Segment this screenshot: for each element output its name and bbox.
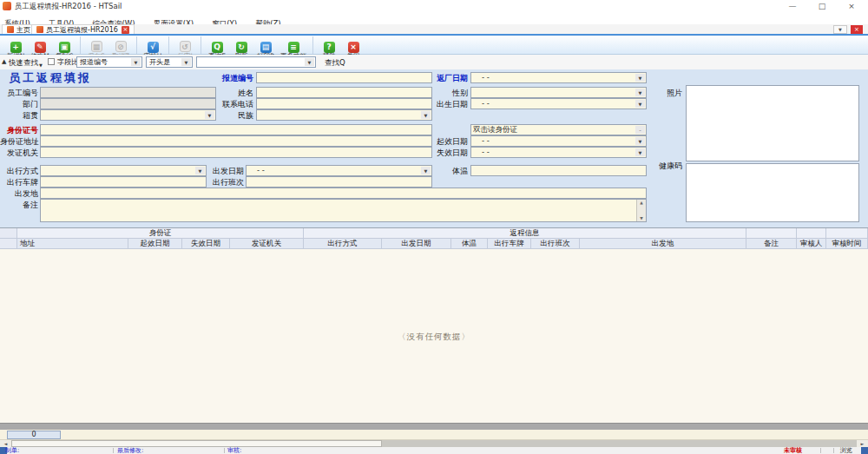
status-maker: 制单:	[5, 447, 19, 454]
app-window: 员工返程填报-HR2016 - HTSail — □ × 系统(U) 工具(V)…	[0, 0, 868, 454]
ethnic-label: 民族	[208, 110, 253, 121]
toolbar-separator	[136, 36, 137, 54]
report-no-field[interactable]	[256, 72, 432, 83]
record-count-row: 0	[0, 430, 868, 440]
chevron-down-icon[interactable]: ▼	[635, 148, 645, 156]
column-header-valid-from[interactable]: 起效日期	[128, 239, 182, 249]
remark-label: 备注	[0, 200, 38, 210]
travel-mode-select[interactable]: ▼	[40, 165, 207, 176]
record-count-badge: 0	[7, 431, 61, 439]
tab-return-filing[interactable]: 员工返程填报-HR2016 ×	[31, 24, 135, 34]
id-addr-field[interactable]	[40, 135, 432, 147]
collapse-icon[interactable]: –	[635, 126, 645, 134]
horizontal-scrollbar[interactable]: ◄ ►	[0, 440, 868, 447]
scroll-right-icon[interactable]: ►	[857, 440, 868, 447]
grid-empty-message: 〈没有任何数据〉	[0, 332, 868, 343]
plate-field[interactable]	[40, 176, 207, 188]
depart-place-label: 出发地	[0, 188, 38, 199]
valid-from-picker[interactable]: - - ▼	[470, 135, 647, 147]
column-header-valid-to[interactable]: 失效日期	[182, 239, 230, 249]
group-header-id-card: 身份证	[17, 228, 304, 239]
native-place-select[interactable]: ▼	[40, 109, 216, 121]
search-field-select[interactable]: 报道编号 ▼	[76, 56, 142, 68]
valid-to-picker[interactable]: - - ▼	[470, 147, 647, 158]
chevron-down-icon[interactable]: ▼	[181, 58, 191, 66]
chevron-down-icon[interactable]: ▼	[635, 74, 645, 82]
search-value-input[interactable]: ▼	[196, 56, 316, 68]
column-header-temperature[interactable]: 体温	[451, 239, 488, 249]
dept-label: 部门	[0, 99, 38, 109]
return-date-picker[interactable]: - - ▼	[470, 72, 647, 83]
field-compare-checkbox[interactable]	[48, 58, 55, 65]
id-addr-label: 身份证地址	[0, 136, 38, 147]
window-title: 员工返程填报-HR2016 - HTSail	[15, 2, 122, 12]
scrollbar-thumb[interactable]	[11, 440, 382, 447]
scroll-left-icon[interactable]: ◄	[0, 440, 11, 447]
tab-close-icon[interactable]: ×	[122, 26, 129, 34]
records-grid: 身份证 返程信息 地址 起效日期 失效日期 发证机关 出行方式 出发日期 体温 …	[0, 227, 868, 423]
scroll-up-icon[interactable]: ▲	[637, 200, 646, 206]
temperature-field[interactable]	[470, 165, 647, 176]
status-corner-right	[861, 447, 868, 454]
name-field[interactable]	[256, 87, 432, 98]
column-header-address[interactable]: 地址	[17, 239, 128, 249]
maximize-button[interactable]: □	[809, 0, 835, 13]
close-button[interactable]: ×	[838, 0, 865, 13]
health-code-label: 健康码	[653, 161, 682, 171]
valid-to-label: 失效日期	[417, 148, 468, 158]
id-no-field[interactable]	[40, 124, 432, 135]
chevron-down-icon[interactable]: ▼	[421, 111, 431, 119]
issue-org-field[interactable]	[40, 147, 432, 158]
column-header-depart-date[interactable]: 出发日期	[382, 239, 451, 249]
photo-label: 照片	[658, 88, 682, 98]
column-header-travel-mode[interactable]: 出行方式	[304, 239, 382, 249]
column-header-shift[interactable]: 出行班次	[531, 239, 580, 249]
column-header-issue-org[interactable]: 发证机关	[230, 239, 304, 249]
quick-search-bar: ▲ 快速查找 ▼ 字段比较 报道编号 ▼ 开头是 ▼ ▼ 查找Q	[0, 55, 868, 70]
column-header-auditor[interactable]: 审核人	[797, 239, 826, 249]
ethnic-select[interactable]: ▼	[256, 109, 432, 121]
title-bar: 员工返程填报-HR2016 - HTSail — □ ×	[0, 0, 868, 13]
grid-group-header-row: 身份证 返程信息	[0, 228, 868, 239]
depart-date-picker[interactable]: - - ▼	[246, 165, 432, 176]
birth-date-picker[interactable]: - - ▼	[470, 98, 647, 109]
minimize-button[interactable]: —	[779, 0, 806, 13]
gender-select[interactable]: ▼	[470, 87, 647, 98]
remark-scrollbar[interactable]: ▲ ▼	[636, 200, 646, 221]
phone-field[interactable]	[256, 98, 432, 109]
chevron-down-icon[interactable]: ▼	[305, 58, 314, 66]
status-mode: 浏览	[840, 447, 852, 454]
group-header-return-info: 返程信息	[304, 228, 746, 239]
column-header-remark[interactable]: 备注	[746, 239, 797, 249]
tab-bar: 主页 员工返程填报-HR2016 × ▼ ×	[0, 24, 868, 36]
return-tab-label: 员工返程填报-HR2016	[46, 25, 118, 35]
tab-list-dropdown-icon[interactable]: ▼	[833, 25, 847, 34]
chevron-down-icon[interactable]: ▼	[131, 58, 141, 66]
dept-field	[40, 98, 216, 109]
chevron-down-icon[interactable]: ▼	[635, 100, 645, 108]
read-id-select[interactable]: 双击读身份证 –	[470, 124, 647, 135]
chevron-down-icon[interactable]: ▼	[635, 137, 645, 145]
column-header-plate[interactable]: 出行车牌	[488, 239, 531, 249]
emp-no-label: 员工编号	[0, 88, 38, 98]
chevron-down-icon[interactable]: ▼	[635, 89, 645, 96]
search-operator-select[interactable]: 开头是 ▼	[146, 56, 193, 68]
group-header-empty	[797, 228, 826, 239]
remark-textarea[interactable]: ▲ ▼	[40, 199, 647, 222]
gender-label: 性别	[417, 88, 468, 98]
search-button[interactable]: 查找Q	[325, 57, 345, 68]
collapse-panel-icon[interactable]: ▲	[2, 56, 6, 67]
quick-search-label[interactable]: 快速查找	[9, 57, 38, 68]
splitter-bar[interactable]	[0, 423, 868, 430]
group-header-empty	[746, 228, 797, 239]
depart-date-label: 出发日期	[199, 166, 244, 176]
column-header-audit-time[interactable]: 审核时间	[826, 239, 868, 249]
scroll-down-icon[interactable]: ▼	[637, 215, 646, 221]
toolbar-separator	[80, 36, 81, 54]
status-bar: 制单: 最后修改: 审核: 未审核 浏览	[0, 447, 868, 454]
depart-place-field[interactable]	[40, 188, 647, 199]
tabbar-close-icon[interactable]: ×	[851, 25, 863, 34]
column-header-depart-place[interactable]: 出发地	[580, 239, 746, 249]
shift-field[interactable]	[246, 176, 432, 188]
home-tab-label: 主页	[16, 25, 30, 35]
